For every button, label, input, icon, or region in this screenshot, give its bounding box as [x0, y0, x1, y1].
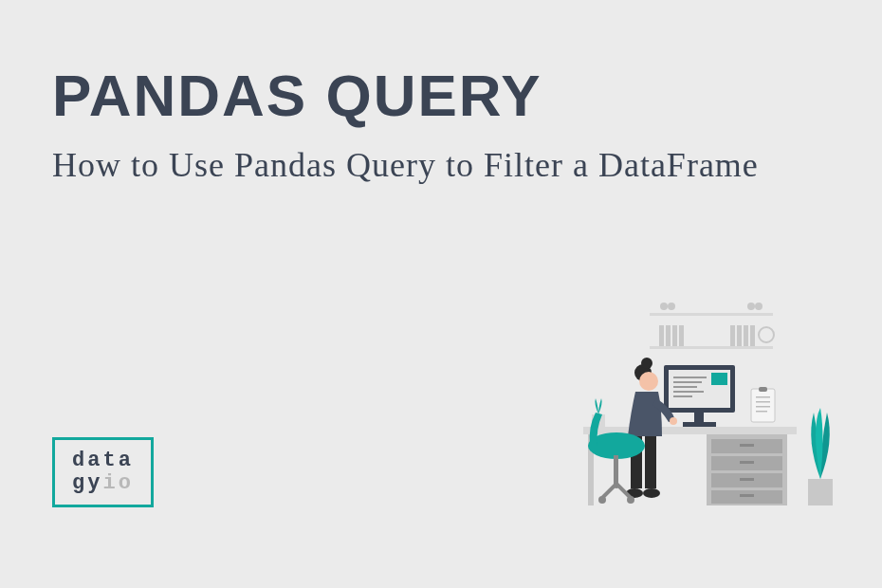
svg-rect-12 — [744, 325, 748, 346]
svg-rect-39 — [756, 401, 770, 403]
svg-rect-29 — [673, 377, 707, 378]
content-area: PANDAS QUERY How to Use Pandas Query to … — [0, 0, 882, 255]
svg-point-3 — [747, 303, 755, 310]
svg-point-14 — [759, 327, 774, 342]
svg-point-4 — [755, 303, 763, 310]
svg-rect-36 — [751, 389, 775, 422]
svg-rect-8 — [672, 325, 677, 346]
svg-rect-11 — [737, 325, 742, 346]
svg-rect-40 — [756, 406, 770, 408]
svg-point-55 — [614, 483, 619, 488]
desk-illustration — [522, 289, 854, 536]
svg-rect-33 — [673, 395, 692, 397]
svg-rect-31 — [673, 386, 697, 388]
svg-rect-10 — [730, 325, 735, 346]
svg-rect-6 — [659, 325, 664, 346]
svg-rect-30 — [673, 381, 702, 383]
svg-rect-41 — [756, 411, 767, 413]
page-title: PANDAS QUERY — [52, 66, 830, 125]
svg-rect-28 — [711, 373, 727, 385]
svg-rect-38 — [756, 396, 770, 398]
svg-point-54 — [598, 496, 606, 504]
svg-point-45 — [641, 358, 652, 369]
brand-logo: data gyio — [52, 437, 154, 507]
logo-text-line1: data — [72, 450, 134, 472]
svg-point-51 — [643, 488, 660, 498]
svg-rect-23 — [740, 461, 754, 464]
svg-rect-22 — [740, 444, 754, 447]
svg-rect-49 — [645, 436, 656, 488]
svg-point-2 — [668, 303, 675, 310]
page-subtitle: How to Use Pandas Query to Filter a Data… — [52, 142, 830, 189]
svg-rect-5 — [650, 346, 773, 349]
svg-rect-37 — [759, 387, 767, 392]
svg-point-47 — [670, 417, 677, 425]
logo-gy: gy — [72, 471, 102, 495]
svg-rect-0 — [650, 313, 773, 316]
svg-point-46 — [639, 372, 658, 391]
logo-text-line2: gyio — [72, 472, 134, 495]
svg-rect-32 — [673, 391, 704, 393]
svg-rect-53 — [614, 455, 618, 484]
svg-rect-35 — [683, 422, 716, 427]
svg-rect-25 — [740, 494, 754, 497]
svg-point-1 — [660, 303, 668, 310]
svg-rect-13 — [750, 325, 755, 346]
svg-rect-7 — [666, 325, 671, 346]
logo-io: io — [103, 471, 134, 495]
svg-point-56 — [627, 496, 634, 504]
svg-rect-43 — [808, 479, 833, 505]
svg-rect-34 — [694, 413, 704, 422]
svg-rect-24 — [740, 478, 754, 481]
svg-rect-9 — [679, 325, 684, 346]
